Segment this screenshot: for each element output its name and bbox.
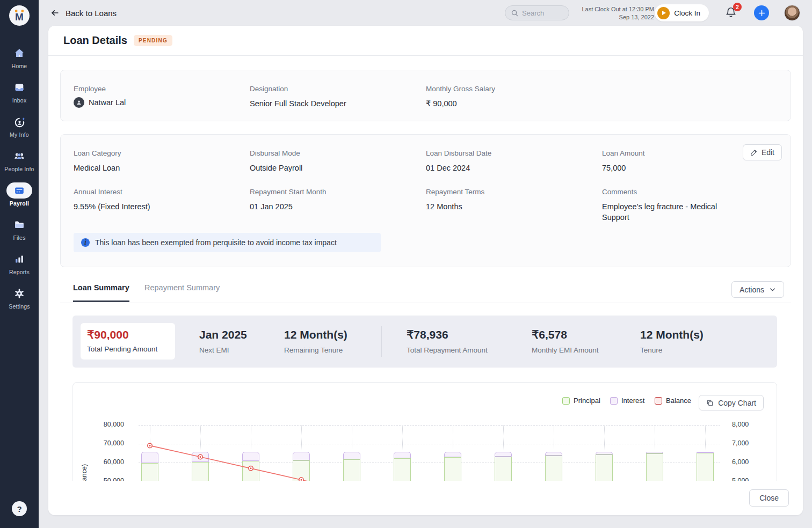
sidebar-item-home[interactable]: Home	[0, 45, 39, 79]
app-logo-icon[interactable]: M	[9, 5, 30, 26]
edit-button[interactable]: Edit	[743, 144, 782, 160]
total-pending-value: ₹90,000	[87, 328, 169, 341]
left-axis-tick: 80,000	[92, 421, 124, 428]
clock-in-button[interactable]: Clock In	[655, 4, 709, 21]
payroll-icon	[6, 182, 32, 199]
folder-icon	[6, 217, 32, 233]
close-button[interactable]: Close	[749, 489, 789, 507]
left-axis-tick: 60,000	[92, 458, 124, 466]
loan-details-panel: Loan Details PENDING Employee Natwar Lal…	[48, 26, 803, 515]
interest-bar	[242, 452, 259, 461]
tabs-row: Loan Summary Repayment Summary Actions	[60, 278, 791, 303]
chevron-down-icon	[769, 286, 776, 293]
interest-bar	[495, 452, 512, 457]
right-axis-tick: 7,000	[732, 439, 749, 447]
repayment-terms-field: Repayment Terms 12 Months	[426, 188, 592, 212]
interest-bar	[343, 452, 360, 459]
sidebar-item-settings[interactable]: Settings	[0, 285, 39, 320]
sidebar-item-people-info[interactable]: People Info	[0, 148, 39, 182]
back-label: Back to Loans	[66, 9, 117, 18]
repayment-start-field: Repayment Start Month 01 Jan 2025	[250, 188, 416, 212]
total-repayment-cell: ₹78,936 Total Repayment Amount	[407, 328, 488, 354]
loan-summary-strip: ₹90,000 Total Pending Amount Jan 2025 Ne…	[73, 316, 777, 368]
tab-loan-summary[interactable]: Loan Summary	[73, 283, 129, 302]
notifications-button[interactable]: 2	[725, 6, 738, 19]
svg-text:M: M	[15, 11, 24, 23]
right-axis-tick: 6,000	[732, 458, 749, 466]
page-header: Loan Details PENDING	[48, 26, 803, 56]
sidebar-item-my-info[interactable]: My Info	[0, 114, 39, 148]
topbar: Back to Loans Last Clock Out at 12:30 PM…	[39, 0, 812, 26]
interest-bar	[293, 452, 310, 460]
sidebar-item-inbox[interactable]: Inbox	[0, 79, 39, 114]
next-emi-cell: Jan 2025 Next EMI	[199, 328, 247, 354]
footer-bar: Close	[48, 481, 803, 515]
plus-icon	[758, 9, 766, 17]
comments-field: Comments Employee’s leg fracture - Medic…	[602, 188, 736, 223]
home-icon	[6, 45, 32, 61]
user-avatar[interactable]	[784, 5, 800, 21]
search-input[interactable]	[522, 9, 565, 17]
annual-interest-field: Annual Interest 9.55% (Fixed Interest)	[74, 188, 240, 212]
right-axis-tick: 8,000	[732, 421, 749, 428]
interest-bar	[444, 452, 461, 458]
interest-bar	[141, 452, 158, 463]
actions-dropdown-button[interactable]: Actions	[731, 281, 784, 298]
pencil-icon	[750, 149, 758, 156]
my-info-icon	[6, 114, 32, 130]
back-arrow-icon	[49, 8, 60, 18]
interest-bar	[697, 452, 714, 453]
page-title: Loan Details	[63, 34, 127, 47]
employee-avatar	[74, 97, 84, 108]
disbursal-mode-field: Disbursal Mode Outside Payroll	[250, 149, 416, 173]
search-icon	[511, 9, 519, 17]
remaining-tenure-cell: 12 Month(s) Remaining Tenure	[284, 328, 347, 354]
gross-salary-field: Monthly Gross Salary ₹ 90,000	[426, 85, 495, 109]
status-badge: PENDING	[134, 35, 172, 46]
bar-chart-icon	[6, 251, 32, 267]
left-axis-tick: 70,000	[92, 439, 124, 447]
people-icon	[6, 148, 32, 164]
search-box[interactable]	[505, 5, 569, 20]
perquisite-info-banner: i This loan has been exempted from perqu…	[74, 233, 381, 252]
tab-repayment-summary[interactable]: Repayment Summary	[144, 283, 220, 300]
interest-bar	[394, 452, 411, 458]
employee-field: Employee Natwar Lal	[74, 85, 126, 108]
help-button[interactable]: ?	[12, 501, 27, 516]
designation-field: Designation Senior Full Stack Developer	[250, 85, 346, 109]
summary-divider	[381, 326, 382, 357]
sidebar: M Home Inbox My Info	[0, 0, 39, 528]
interest-bar	[646, 452, 663, 454]
notification-count-badge: 2	[733, 3, 742, 11]
info-icon: i	[81, 238, 90, 247]
back-to-loans-button[interactable]: Back to Loans	[49, 8, 117, 18]
gear-icon	[6, 285, 32, 302]
total-pending-card: ₹90,000 Total Pending Amount	[81, 323, 175, 360]
sidebar-item-payroll[interactable]: Payroll	[0, 182, 39, 217]
loan-category-field: Loan Category Medical Loan	[74, 149, 240, 173]
monthly-emi-cell: ₹6,578 Monthly EMI Amount	[532, 328, 599, 354]
loan-info-card: Loan Category Medical Loan Disbursal Mod…	[60, 134, 791, 267]
quick-add-button[interactable]	[754, 5, 769, 20]
sidebar-item-files[interactable]: Files	[0, 217, 39, 251]
interest-bar	[545, 452, 562, 456]
tenure-cell: 12 Month(s) Tenure	[640, 328, 704, 354]
inbox-icon	[6, 79, 32, 96]
sidebar-nav: Home Inbox My Info	[0, 45, 39, 320]
interest-bar	[192, 452, 209, 462]
disbursal-date-field: Loan Disbursal Date 01 Dec 2024	[426, 149, 592, 173]
play-icon	[657, 7, 670, 19]
sidebar-item-reports[interactable]: Reports	[0, 251, 39, 285]
employee-card: Employee Natwar Lal Designation Senior F…	[60, 70, 791, 121]
last-clock-out-text: Last Clock Out at 12:30 PM Sep 13, 2022	[582, 5, 654, 21]
interest-bar	[596, 452, 613, 454]
